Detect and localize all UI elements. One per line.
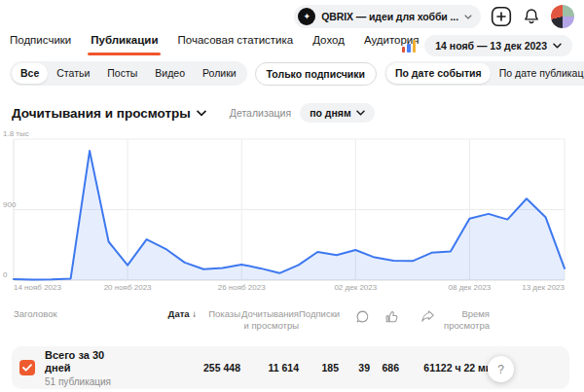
summary-reads: 11 614 [240, 362, 299, 374]
column-reads: Дочитывания и просмотры [240, 308, 299, 333]
granularity-label: Детализация [230, 107, 291, 119]
column-title: Заголовок [12, 308, 128, 320]
bell-icon [522, 7, 541, 26]
bar-chart-icon [402, 40, 417, 53]
notifications-button[interactable] [522, 7, 541, 26]
summary-shares: 61 [399, 362, 435, 374]
x-axis-label: 08 дек 2023 [449, 283, 492, 292]
y-axis-label: 1.8 тыс [3, 129, 29, 138]
create-button[interactable] [491, 6, 512, 27]
date-mode-segment: По дате события По дате публикации [384, 61, 584, 86]
x-axis-label: 20 нояб 2023 [104, 283, 152, 292]
column-date-sort[interactable]: Дата ↓ [128, 308, 197, 320]
x-axis-label: 14 нояб 2023 [14, 283, 61, 292]
column-subscriptions: Подписки [299, 308, 339, 320]
column-date-label: Дата [168, 308, 190, 319]
column-watch-time: Время просмотра [435, 308, 490, 333]
chevron-down-icon [553, 43, 562, 49]
views-chart[interactable]: 1.8 тыс900014 нояб 202320 нояб 202326 но… [0, 126, 584, 294]
summary-title-cell: Всего за 30 дней 51 публикация [12, 349, 128, 387]
chevron-down-icon [356, 110, 365, 116]
tab-income[interactable]: Доход [312, 33, 345, 55]
chevron-down-icon [464, 15, 472, 19]
row-checkbox-checked[interactable] [19, 360, 35, 375]
summary-row[interactable]: Всего за 30 дней 51 публикация 255 448 1… [12, 346, 569, 389]
like-icon [384, 309, 399, 324]
filter-bar: Все Статьи Посты Видео Ролики Только под… [10, 61, 572, 86]
account-name: QBRIX — идеи для хобби ... [321, 11, 458, 22]
column-shares [399, 308, 435, 324]
summary-likes: 686 [370, 362, 399, 374]
summary-subtitle: 51 публикация [45, 376, 128, 387]
x-axis-label: 26 нояб 2023 [218, 283, 266, 292]
x-axis-label: 02 дек 2023 [334, 283, 377, 292]
date-range-picker[interactable]: 14 нояб — 13 дек 2023 [424, 35, 572, 56]
content-type-segment: Все Статьи Посты Видео Ролики [10, 61, 247, 86]
tab-publications[interactable]: Публикации [91, 33, 158, 55]
table-header: Заголовок Дата ↓ Показы Дочитывания и пр… [12, 308, 569, 333]
by-event-date-option[interactable]: По дате события [386, 63, 491, 84]
by-publication-date-option[interactable]: По дате публикации [491, 63, 584, 84]
filter-videos[interactable]: Видео [146, 63, 194, 84]
summary-title: Всего за 30 дней [45, 349, 128, 374]
summary-comments: 39 [339, 362, 370, 374]
chart-controls: Дочитывания и просмотры Детализация по д… [12, 103, 375, 123]
top-bar: ✦ QBRIX — идеи для хобби ... [294, 4, 574, 29]
filter-shorts[interactable]: Ролики [194, 63, 245, 84]
share-icon [420, 309, 435, 324]
granularity-selector[interactable]: по дням [300, 103, 375, 123]
filter-articles[interactable]: Статьи [48, 63, 98, 84]
y-axis-label: 0 [3, 270, 7, 279]
chevron-down-icon [197, 110, 206, 117]
granularity-value: по дням [310, 107, 351, 119]
column-likes [370, 308, 399, 324]
date-range-row: 14 нояб — 13 дек 2023 [402, 35, 572, 56]
check-icon [22, 364, 32, 372]
account-switcher[interactable]: ✦ QBRIX — идеи для хобби ... [294, 5, 481, 28]
traffic-chart-svg [0, 126, 584, 294]
column-comments [339, 308, 370, 324]
metric-selector[interactable]: Дочитывания и просмотры [12, 106, 206, 121]
subscribers-only-toggle[interactable]: Только подписчики [255, 62, 377, 86]
date-range-label: 14 нояб — 13 дек 2023 [435, 40, 547, 52]
filter-posts[interactable]: Посты [98, 63, 146, 84]
tab-hourly-stats[interactable]: Почасовая статистика [177, 33, 293, 55]
tab-subscribers[interactable]: Подписчики [10, 33, 71, 55]
summary-shows: 255 448 [197, 362, 240, 374]
column-shows: Показы [197, 308, 240, 320]
y-axis-label: 900 [3, 200, 16, 209]
summary-watch-time: 122 ч 22 мин [435, 362, 490, 374]
summary-subscriptions: 185 [299, 362, 339, 374]
nav-tabs: Подписчики Публикации Почасовая статисти… [10, 33, 420, 55]
filter-all[interactable]: Все [12, 63, 48, 84]
dzen-logo-icon: ✦ [298, 8, 315, 25]
comment-icon [355, 309, 370, 324]
avatar[interactable] [551, 5, 574, 28]
x-axis-label: 13 дек 2023 [522, 283, 565, 292]
plus-icon [491, 6, 512, 27]
metric-label: Дочитывания и просмотры [12, 106, 191, 121]
help-button[interactable]: ? [488, 356, 514, 382]
